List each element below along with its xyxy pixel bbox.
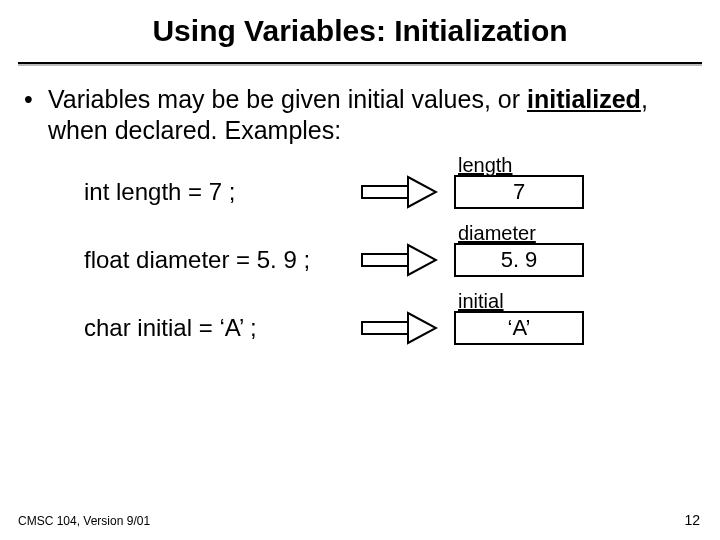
slide-title: Using Variables: Initialization — [0, 0, 720, 58]
svg-rect-2 — [362, 254, 408, 266]
svg-rect-0 — [362, 186, 408, 198]
footer-course: CMSC 104, Version 9/01 — [18, 514, 150, 528]
arrow-cell — [344, 311, 454, 345]
svg-marker-3 — [408, 245, 436, 275]
value-cell: length 7 — [454, 175, 614, 209]
bullet-text: Variables may be be given initial values… — [48, 84, 696, 147]
bullet-item: • Variables may be be given initial valu… — [24, 84, 696, 147]
value-label: diameter — [458, 221, 536, 246]
declaration-text: int length = 7 ; — [84, 177, 344, 207]
example-row: float diameter = 5. 9 ; diameter 5. 9 — [84, 243, 696, 277]
arrow-cell — [344, 175, 454, 209]
page-number: 12 — [684, 512, 700, 528]
svg-marker-5 — [408, 313, 436, 343]
value-label: length — [458, 153, 513, 178]
declaration-text: float diameter = 5. 9 ; — [84, 245, 344, 275]
value-cell: diameter 5. 9 — [454, 243, 614, 277]
arrow-icon — [360, 243, 438, 277]
arrow-cell — [344, 243, 454, 277]
bullet-text-pre: Variables may be be given initial values… — [48, 85, 527, 113]
value-box: 5. 9 — [454, 243, 584, 277]
bullet-dot: • — [24, 84, 38, 147]
slide-body: • Variables may be be given initial valu… — [0, 66, 720, 345]
value-label: initial — [458, 289, 504, 314]
declaration-text: char initial = ‘A’ ; — [84, 313, 344, 343]
arrow-icon — [360, 175, 438, 209]
example-row: int length = 7 ; length 7 — [84, 175, 696, 209]
bullet-text-bold: initialized — [527, 85, 641, 113]
svg-rect-4 — [362, 322, 408, 334]
value-box: 7 — [454, 175, 584, 209]
value-box: ‘A’ — [454, 311, 584, 345]
svg-marker-1 — [408, 177, 436, 207]
arrow-icon — [360, 311, 438, 345]
examples: int length = 7 ; length 7 float diameter… — [24, 175, 696, 345]
example-row: char initial = ‘A’ ; initial ‘A’ — [84, 311, 696, 345]
value-cell: initial ‘A’ — [454, 311, 614, 345]
